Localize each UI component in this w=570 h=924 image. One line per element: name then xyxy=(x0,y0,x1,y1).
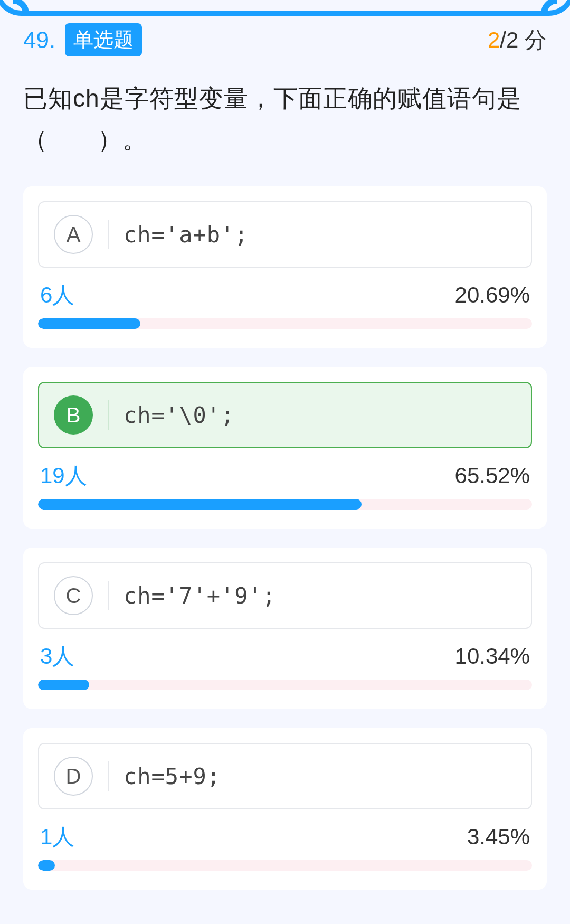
divider xyxy=(108,581,109,610)
people-count: 1人 xyxy=(40,822,74,852)
score-total: /2 分 xyxy=(500,27,547,52)
option-text: ch='\0'; xyxy=(124,402,234,428)
option-card: Bch='\0';19人65.52% xyxy=(23,367,547,529)
option-card: Dch=5+9;1人3.45% xyxy=(23,728,547,890)
progress-bar xyxy=(38,860,532,871)
progress-fill xyxy=(38,499,362,510)
options-list: Ach='a+b';6人20.69%Bch='\0';19人65.52%Cch=… xyxy=(23,186,547,890)
progress-fill xyxy=(38,860,55,871)
option-a[interactable]: Ach='a+b'; xyxy=(38,201,532,268)
option-card: Cch='7'+'9';3人10.34% xyxy=(23,548,547,709)
stats-row: 1人3.45% xyxy=(38,822,532,852)
progress-fill xyxy=(38,318,140,329)
percent-value: 3.45% xyxy=(467,824,530,850)
option-text: ch=5+9; xyxy=(124,763,221,789)
progress-fill xyxy=(38,680,89,690)
question-container: 49. 单选题 2/2 分 已知ch是字符型变量，下面正确的赋值语句是（ ）。 … xyxy=(0,0,570,890)
stats-row: 3人10.34% xyxy=(38,642,532,671)
people-count: 3人 xyxy=(40,642,74,671)
people-count: 6人 xyxy=(40,280,74,310)
question-text: 已知ch是字符型变量，下面正确的赋值语句是（ ）。 xyxy=(23,78,547,160)
option-letter: A xyxy=(54,215,93,254)
option-d[interactable]: Dch=5+9; xyxy=(38,743,532,809)
percent-value: 65.52% xyxy=(455,463,530,488)
progress-bar xyxy=(38,499,532,510)
option-c[interactable]: Cch='7'+'9'; xyxy=(38,562,532,629)
option-card: Ach='a+b';6人20.69% xyxy=(23,186,547,348)
question-header: 49. 单选题 2/2 分 xyxy=(23,23,547,56)
option-letter: B xyxy=(54,395,93,435)
stats-row: 19人65.52% xyxy=(38,461,532,491)
option-text: ch='a+b'; xyxy=(124,222,249,248)
divider xyxy=(108,400,109,430)
option-letter: D xyxy=(54,757,93,796)
question-type-tag: 单选题 xyxy=(65,23,142,56)
question-number: 49. xyxy=(23,27,55,53)
score-display: 2/2 分 xyxy=(488,25,547,55)
option-letter: C xyxy=(54,576,93,615)
divider xyxy=(108,761,109,791)
percent-value: 10.34% xyxy=(455,644,530,669)
header-left: 49. 单选题 xyxy=(23,23,142,56)
stats-row: 6人20.69% xyxy=(38,280,532,310)
progress-bar xyxy=(38,680,532,690)
progress-bar xyxy=(38,318,532,329)
option-b[interactable]: Bch='\0'; xyxy=(38,382,532,448)
people-count: 19人 xyxy=(40,461,87,491)
score-earned: 2 xyxy=(488,27,500,52)
option-text: ch='7'+'9'; xyxy=(124,583,276,609)
percent-value: 20.69% xyxy=(455,282,530,308)
top-decorative-curve xyxy=(0,0,570,16)
divider xyxy=(108,220,109,249)
